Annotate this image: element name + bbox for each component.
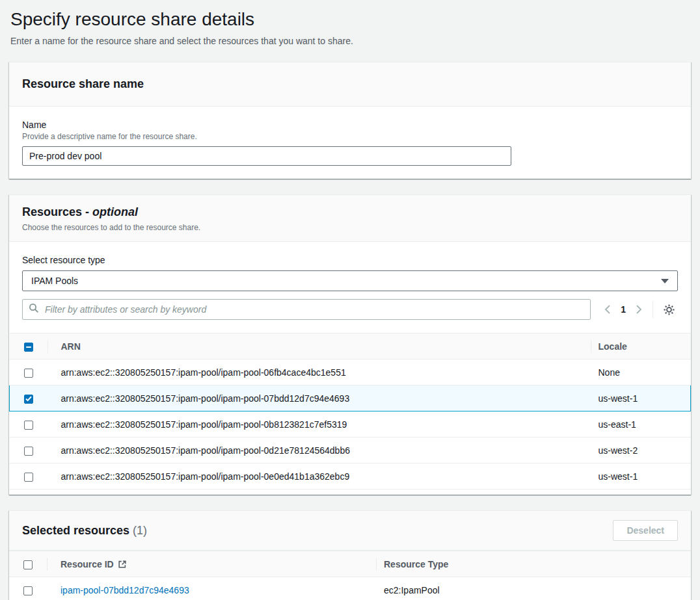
arn-table-header-row: ARN Locale (10, 333, 691, 359)
selected-select-all-checkbox[interactable] (23, 560, 33, 569)
resource-type-cell: ec2:IpamPool (376, 577, 691, 600)
resource-type-column-header: Resource Type (376, 551, 691, 577)
indeterminate-dash-icon (26, 346, 31, 348)
settings-button[interactable] (660, 300, 678, 319)
locale-cell: us-east-1 (591, 411, 691, 437)
locale-cell: None (591, 359, 691, 385)
resource-type-selected-value: IPAM Pools (31, 276, 78, 286)
selected-table-header-row: Resource ID Resource Type (9, 551, 691, 577)
resources-card-header: Resources - optional Choose the resource… (9, 195, 691, 242)
resource-id-link[interactable]: ipam-pool-07bdd12d7c94e4693 (61, 585, 189, 595)
resources-card: Resources - optional Choose the resource… (9, 194, 691, 495)
filter-row: 1 (22, 299, 678, 320)
row-checkbox[interactable] (24, 369, 33, 378)
current-page-number: 1 (616, 304, 630, 315)
row-checkbox[interactable] (24, 421, 33, 430)
arn-table-row[interactable]: arn:aws:ec2::320805250157:ipam-pool/ipam… (10, 359, 691, 385)
arn-table-row[interactable]: arn:aws:ec2::320805250157:ipam-pool/ipam… (10, 411, 691, 437)
page-description: Enter a name for the resource share and … (10, 36, 690, 46)
resources-controls: Select resource type IPAM Pools 1 (9, 242, 691, 320)
chevron-down-icon (661, 279, 669, 283)
check-icon (25, 396, 32, 402)
selected-table: Resource ID Resource Type ipam-pool-07bd… (9, 551, 691, 600)
row-checkbox[interactable] (24, 395, 33, 404)
resources-title-optional: optional (92, 205, 138, 218)
arn-cell: arn:aws:ec2::320805250157:ipam-pool/ipam… (47, 411, 591, 437)
selected-card-title: Selected resources (1) (22, 524, 147, 538)
name-field-description: Provide a descriptive name for the resou… (22, 132, 678, 141)
arn-table-row[interactable]: arn:aws:ec2::320805250157:ipam-pool/ipam… (10, 463, 691, 489)
selected-table-body: ipam-pool-07bdd12d7c94e4693ec2:IpamPool (9, 577, 691, 600)
name-input[interactable] (22, 146, 511, 166)
resources-card-description: Choose the resources to add to the resou… (22, 223, 678, 232)
selected-table-row[interactable]: ipam-pool-07bdd12d7c94e4693ec2:IpamPool (9, 577, 691, 600)
resource-type-select[interactable]: IPAM Pools (22, 270, 678, 291)
resource-id-cell: ipam-pool-07bdd12d7c94e4693 (47, 577, 376, 600)
resource-id-header-label: Resource ID (61, 559, 114, 569)
select-all-checkbox[interactable] (24, 343, 33, 352)
page: Specify resource share details Enter a n… (0, 0, 700, 600)
resource-share-name-card: Resource share name Name Provide a descr… (9, 62, 691, 179)
pagination: 1 (599, 300, 678, 319)
name-card-body: Name Provide a descriptive name for the … (9, 107, 691, 179)
row-checkbox[interactable] (23, 586, 33, 595)
arn-cell: arn:aws:ec2::320805250157:ipam-pool/ipam… (47, 463, 591, 489)
row-checkbox[interactable] (24, 447, 33, 456)
arn-cell: arn:aws:ec2::320805250157:ipam-pool/ipam… (47, 385, 591, 411)
gear-icon (663, 304, 675, 316)
arn-cell: arn:aws:ec2::320805250157:ipam-pool/ipam… (47, 359, 591, 385)
arn-table-row[interactable]: arn:aws:ec2::320805250157:ipam-pool/ipam… (10, 437, 691, 463)
locale-cell: us-west-2 (591, 437, 691, 463)
locale-cell: us-west-1 (591, 463, 691, 489)
arn-table-row[interactable]: arn:aws:ec2::320805250157:ipam-pool/ipam… (10, 385, 691, 411)
name-card-title: Resource share name (22, 77, 678, 91)
selected-resources-card: Selected resources (1) Deselect Resource… (9, 510, 691, 600)
filter-input[interactable] (44, 304, 584, 315)
search-icon (29, 303, 39, 316)
resource-id-column-header: Resource ID (47, 551, 376, 577)
pagination-divider (653, 301, 653, 318)
filter-box (22, 299, 591, 320)
chevron-left-icon (604, 305, 611, 314)
deselect-button[interactable]: Deselect (613, 520, 678, 541)
chevron-right-icon (636, 305, 642, 314)
arn-cell: arn:aws:ec2::320805250157:ipam-pool/ipam… (47, 437, 591, 463)
resources-title-text: Resources - (22, 205, 89, 218)
page-title: Specify resource share details (10, 9, 690, 30)
selected-count: (1) (133, 524, 147, 537)
arn-column-header: ARN (47, 333, 591, 359)
selected-title-text: Selected resources (22, 524, 129, 537)
arn-table-body: arn:aws:ec2::320805250157:ipam-pool/ipam… (10, 359, 691, 489)
locale-cell: us-west-1 (591, 385, 691, 411)
resource-type-label: Select resource type (22, 255, 678, 265)
arn-table: ARN Locale arn:aws:ec2::320805250157:ipa… (9, 333, 691, 489)
name-field-label: Name (22, 120, 678, 130)
next-page-button[interactable] (630, 300, 647, 319)
selected-card-header: Selected resources (1) Deselect (9, 511, 691, 551)
locale-column-header: Locale (591, 333, 691, 359)
previous-page-button[interactable] (599, 300, 616, 319)
resources-card-title: Resources - optional (22, 205, 678, 219)
external-link-icon (118, 560, 127, 569)
row-checkbox[interactable] (24, 473, 33, 482)
name-card-header: Resource share name (9, 62, 691, 107)
